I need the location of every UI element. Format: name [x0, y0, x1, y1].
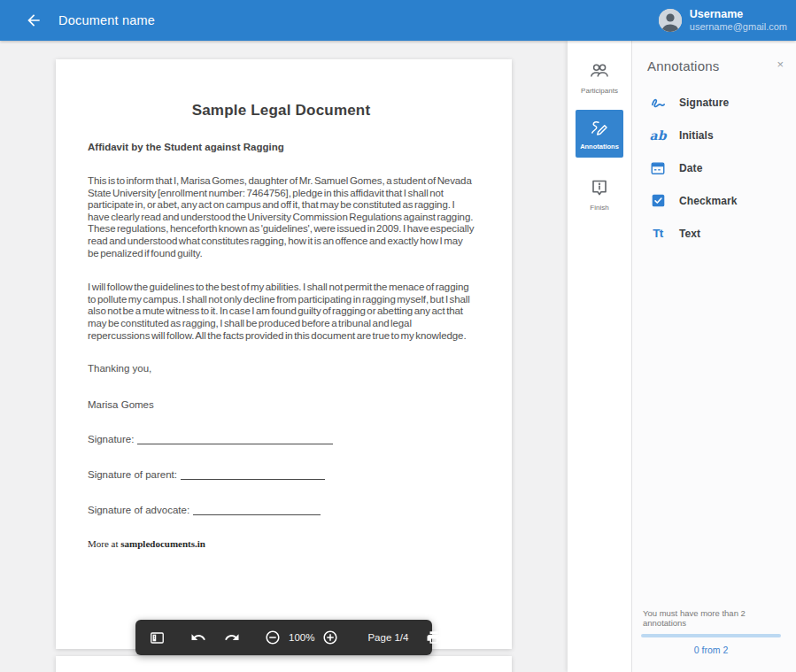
tool-date-label: Date: [679, 162, 702, 174]
zoom-in-button[interactable]: [321, 629, 339, 646]
user-menu[interactable]: Username username@gmail.com: [659, 8, 787, 32]
zoom-out-icon: [265, 630, 281, 645]
doc-signatory: Marisa Gomes: [88, 399, 475, 410]
signature-row: Signature:: [88, 434, 475, 444]
annotations-icon: [588, 118, 611, 139]
doc-footer: More at sampledocuments.in: [88, 538, 475, 549]
document-title: Document name: [58, 13, 155, 27]
panel-title: Annotations: [647, 58, 719, 73]
date-icon: [649, 159, 667, 177]
annotation-tools-list: Signature ab Initials Date: [632, 86, 796, 250]
signature-advocate-row: Signature of advocate:: [88, 505, 475, 515]
tool-checkmark-label: Checkmark: [679, 195, 738, 207]
signature-line: [137, 436, 333, 444]
signature-icon: [649, 94, 667, 112]
progress-bar: [641, 634, 781, 637]
progress-count: 0 from 2: [641, 645, 781, 655]
thumbnails-panel-button[interactable]: [148, 629, 166, 646]
nav-label-annotations: Annotations: [580, 143, 619, 151]
zoom-level: 100%: [289, 632, 314, 643]
right-nav-strip: Participants Annotations Finish: [568, 41, 631, 672]
annotations-panel: Annotations × Signature ab Initials: [631, 41, 796, 672]
document-page-canvas[interactable]: Sample Legal Document Affidavit by the S…: [56, 59, 512, 649]
tool-text-label: Text: [679, 228, 700, 240]
redo-button[interactable]: [223, 629, 241, 646]
checkmark-icon: [649, 192, 667, 210]
nav-item-finish[interactable]: Finish: [589, 177, 610, 212]
tool-signature[interactable]: Signature: [632, 86, 796, 119]
doc-paragraph-2: I will follow the guidelines to the best…: [88, 282, 475, 342]
undo-button[interactable]: [189, 629, 207, 646]
page-indicator: Page 1/4: [367, 632, 408, 643]
undo-icon: [190, 630, 206, 645]
finish-icon: [589, 177, 610, 198]
tool-initials-label: Initials: [679, 129, 714, 142]
viewer-toolbar: 100% Page 1/4: [135, 620, 432, 655]
doc-paragraph-1: This is to inform that I, Marisa Gomes, …: [88, 175, 475, 259]
signature-parent-label: Signature of parent:: [88, 469, 177, 480]
signature-parent-row: Signature of parent:: [88, 469, 475, 480]
initials-icon: ab: [649, 127, 667, 144]
doc-heading: Affidavit by the Student against Ragging: [88, 142, 475, 152]
nav-label-participants: Participants: [581, 87, 618, 95]
tool-text[interactable]: Tt Text: [632, 217, 796, 250]
back-button[interactable]: [23, 10, 44, 31]
user-email: username@gmail.com: [690, 21, 787, 33]
print-button[interactable]: [425, 629, 443, 646]
redo-icon: [224, 630, 240, 645]
nav-label-finish: Finish: [590, 204, 608, 212]
requirement-text: You must have more than 2 annotations: [641, 608, 781, 628]
tool-signature-label: Signature: [679, 97, 729, 109]
zoom-out-button[interactable]: [264, 629, 282, 646]
initials-glyph: ab: [650, 129, 667, 142]
tool-date[interactable]: Date: [632, 151, 796, 184]
print-icon: [426, 630, 442, 645]
text-icon: Tt: [649, 225, 667, 243]
tool-initials[interactable]: ab Initials: [632, 119, 796, 151]
participants-icon: [588, 60, 611, 81]
doc-footer-prefix: More at: [88, 538, 120, 549]
nav-item-participants[interactable]: Participants: [581, 60, 618, 95]
tool-checkmark[interactable]: Checkmark: [632, 184, 796, 217]
panel-close-button[interactable]: ×: [775, 58, 785, 70]
signature-advocate-label: Signature of advocate:: [88, 505, 189, 515]
annotation-progress: You must have more than 2 annotations 0 …: [641, 608, 781, 655]
doc-title: Sample Legal Document: [88, 102, 475, 120]
document-page-2-preview[interactable]: [56, 656, 512, 672]
app-header: Document name Username username@gmail.co…: [0, 0, 796, 41]
signature-line: [193, 506, 321, 515]
text-glyph: Tt: [653, 228, 663, 240]
arrow-back-icon: [25, 12, 43, 29]
signature-label: Signature:: [88, 434, 134, 444]
user-name: Username: [690, 8, 787, 20]
nav-item-annotations-active[interactable]: Annotations: [576, 110, 623, 158]
doc-closing: Thanking you,: [88, 363, 475, 374]
avatar: [659, 9, 682, 32]
doc-footer-site: sampledocuments.in: [120, 538, 205, 549]
document-viewer: Sample Legal Document Affidavit by the S…: [0, 41, 568, 672]
signature-line: [181, 471, 325, 480]
thumbnails-icon: [149, 630, 166, 646]
zoom-in-icon: [322, 630, 338, 645]
